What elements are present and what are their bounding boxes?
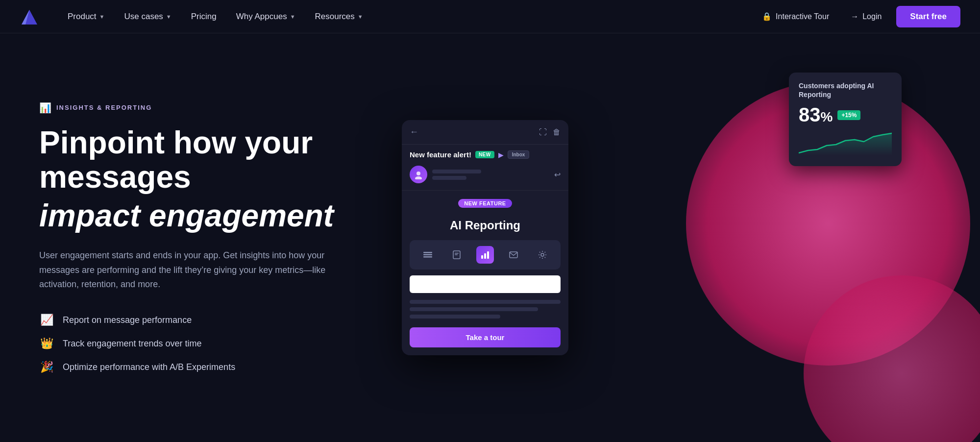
feature-item-1: 📈 Report on message performance — [39, 314, 382, 326]
chevron-down-icon: ▼ — [99, 14, 105, 20]
nav-item-why-appcues[interactable]: Why Appcues ▼ — [227, 8, 304, 25]
logo[interactable] — [20, 7, 39, 26]
login-icon: → — [851, 12, 858, 21]
feature-list: 📈 Report on message performance 👑 Track … — [39, 314, 382, 373]
svg-rect-5 — [423, 256, 432, 258]
nav-links: Product ▼ Use cases ▼ Pricing Why Appcue… — [59, 8, 755, 25]
feature-text-1: Report on message performance — [63, 315, 192, 325]
modal-user-row: ↩ — [402, 163, 568, 190]
section-label-text: INSIGHTS & REPORTING — [56, 104, 152, 111]
crown-icon: 👑 — [39, 337, 54, 350]
modal-tag: NEW FEATURE — [458, 199, 512, 208]
svg-rect-11 — [481, 255, 483, 259]
nav-right: 🔒 Interactive Tour → Login Start free — [755, 6, 960, 27]
modal-icon-row — [410, 240, 561, 270]
stats-chart — [799, 131, 892, 155]
modal-header-actions: ⛶ 🗑 — [539, 128, 561, 137]
feature-text-3: Optimize performance with A/B Experiment… — [63, 362, 235, 372]
back-icon[interactable]: ← — [410, 127, 418, 137]
avatar — [410, 166, 427, 183]
left-content: 📊 INSIGHTS & REPORTING Pinpoint how your… — [39, 102, 382, 373]
nav-item-pricing[interactable]: Pricing — [182, 8, 225, 25]
chart-icon: 📊 — [39, 102, 51, 114]
svg-rect-6 — [423, 254, 432, 256]
lock-icon: 🔒 — [762, 12, 772, 21]
mail-icon-btn[interactable] — [505, 246, 522, 264]
nav-item-resources[interactable]: Resources ▼ — [306, 8, 372, 25]
modal-card: ← ⛶ 🗑 New feature alert! NEW ▶ Inbox — [402, 120, 568, 355]
modal-cta-button[interactable]: Take a tour — [410, 327, 561, 347]
feature-item-3: 🎉 Optimize performance with A/B Experime… — [39, 361, 382, 373]
svg-rect-9 — [455, 253, 459, 254]
chevron-down-icon: ▼ — [166, 14, 172, 20]
svg-rect-13 — [487, 251, 489, 259]
section-label: 📊 INSIGHTS & REPORTING — [39, 102, 382, 114]
chart-icon-btn[interactable] — [476, 246, 494, 264]
trash-icon[interactable]: 🗑 — [553, 128, 561, 137]
modal-feature-title: AI Reporting — [410, 219, 561, 232]
main-content: 📊 INSIGHTS & REPORTING Pinpoint how your… — [0, 33, 980, 442]
user-name-line — [432, 170, 481, 173]
right-visual: Customers adopting AI Reporting 83% +15% — [382, 33, 941, 442]
chevron-down-icon: ▼ — [290, 14, 295, 20]
interactive-tour-button[interactable]: 🔒 Interactive Tour — [755, 8, 836, 25]
reply-icon[interactable]: ↩ — [554, 170, 561, 179]
expand-icon[interactable]: ⛶ — [539, 128, 547, 137]
svg-marker-2 — [799, 133, 892, 155]
content-line-3 — [410, 315, 500, 319]
start-free-button[interactable]: Start free — [896, 6, 960, 27]
content-line-2 — [410, 307, 538, 311]
user-detail-line — [432, 176, 466, 180]
stats-badge: +15% — [837, 110, 860, 120]
feature-text-2: Track engagement trends over time — [63, 339, 201, 349]
navbar: Product ▼ Use cases ▼ Pricing Why Appcue… — [0, 0, 980, 33]
badge-inbox: Inbox — [508, 150, 530, 159]
arrow-icon: ▶ — [498, 151, 504, 159]
celebrate-icon: 🎉 — [39, 361, 54, 373]
headline-line1: Pinpoint how your messages — [39, 125, 382, 195]
notification-text: New feature alert! — [410, 150, 471, 159]
modal-notification-row: New feature alert! NEW ▶ Inbox — [402, 145, 568, 163]
stats-title: Customers adopting AI Reporting — [799, 81, 892, 99]
svg-point-15 — [541, 253, 544, 256]
content-line-1 — [410, 300, 561, 304]
svg-rect-12 — [484, 253, 486, 259]
modal-body: NEW FEATURE AI Reporting — [402, 190, 568, 355]
svg-rect-14 — [510, 252, 517, 258]
user-info-lines — [432, 170, 481, 180]
badge-new: NEW — [475, 151, 494, 158]
chevron-down-icon: ▼ — [358, 14, 363, 20]
headline-line2: impact engagement — [39, 198, 382, 233]
svg-rect-7 — [423, 252, 432, 253]
search-bar[interactable] — [410, 275, 561, 293]
modal-tag-container: NEW FEATURE — [410, 198, 561, 213]
modal-header: ← ⛶ 🗑 — [402, 120, 568, 145]
feature-item-2: 👑 Track engagement trends over time — [39, 337, 382, 350]
description: User engagement starts and ends in your … — [39, 248, 353, 292]
svg-point-4 — [415, 176, 422, 179]
nav-item-use-cases[interactable]: Use cases ▼ — [115, 8, 180, 25]
nav-item-product[interactable]: Product ▼ — [59, 8, 113, 25]
stats-number: 83% — [799, 104, 833, 126]
settings-icon-btn[interactable] — [534, 246, 551, 264]
login-button[interactable]: → Login — [844, 8, 888, 25]
stats-number-row: 83% +15% — [799, 104, 892, 126]
modal-content-lines — [410, 300, 561, 319]
document-icon-btn[interactable] — [448, 246, 466, 264]
svg-point-3 — [416, 172, 420, 175]
layers-icon-btn[interactable] — [419, 246, 437, 264]
svg-rect-10 — [455, 254, 458, 255]
stats-card: Customers adopting AI Reporting 83% +15% — [789, 73, 902, 166]
report-icon: 📈 — [39, 314, 54, 326]
